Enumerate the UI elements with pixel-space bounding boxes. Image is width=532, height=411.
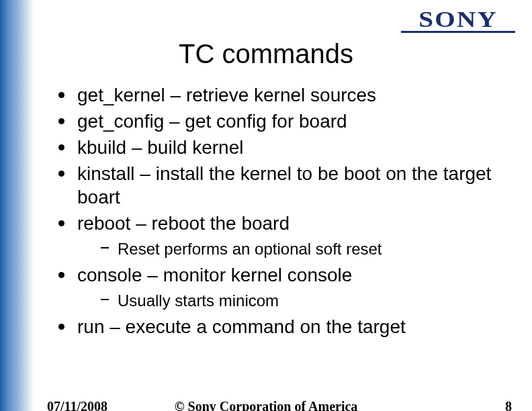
bullet-text: get_config – get config for board	[77, 111, 347, 132]
bullet-text: reboot – reboot the board	[77, 213, 290, 234]
slide-content: get_kernel – retrieve kernel sources get…	[57, 81, 505, 341]
footer-copyright: © Sony Corporation of America	[0, 399, 532, 411]
sub-bullet-text: Usually starts minicom	[118, 291, 279, 310]
sub-bullet-item: Usually starts minicom	[77, 291, 505, 311]
bullet-item: run – execute a command on the target	[57, 315, 505, 338]
bullet-item: kinstall – install the kernel to be boot…	[57, 162, 505, 209]
sub-bullet-text: Reset performs an optional soft reset	[118, 240, 382, 258]
bullet-item: kbuild – build kernel	[57, 136, 505, 159]
bullet-text: kinstall – install the kernel to be boot…	[77, 163, 491, 208]
slide-title: TC commands	[0, 39, 532, 69]
slide: SONY TC commands get_kernel – retrieve k…	[0, 0, 532, 411]
sub-bullet-item: Reset performs an optional soft reset	[77, 239, 505, 259]
bullet-item: get_config – get config for board	[57, 109, 505, 133]
bullet-list: get_kernel – retrieve kernel sources get…	[57, 83, 505, 338]
footer-page-number: 8	[505, 399, 512, 411]
bullet-text: console – monitor kernel console	[77, 265, 352, 285]
bullet-item: get_kernel – retrieve kernel sources	[57, 83, 505, 107]
logo-text: SONY	[418, 7, 498, 32]
sub-bullet-list: Reset performs an optional soft reset	[77, 239, 505, 259]
bullet-item: reboot – reboot the board Reset performs…	[57, 212, 505, 259]
bullet-text: run – execute a command on the target	[77, 316, 406, 337]
bullet-text: get_kernel – retrieve kernel sources	[77, 85, 376, 105]
bullet-item: console – monitor kernel console Usually…	[57, 263, 505, 311]
sub-bullet-list: Usually starts minicom	[77, 291, 505, 311]
sony-logo: SONY	[401, 7, 515, 33]
bullet-text: kbuild – build kernel	[77, 137, 244, 158]
